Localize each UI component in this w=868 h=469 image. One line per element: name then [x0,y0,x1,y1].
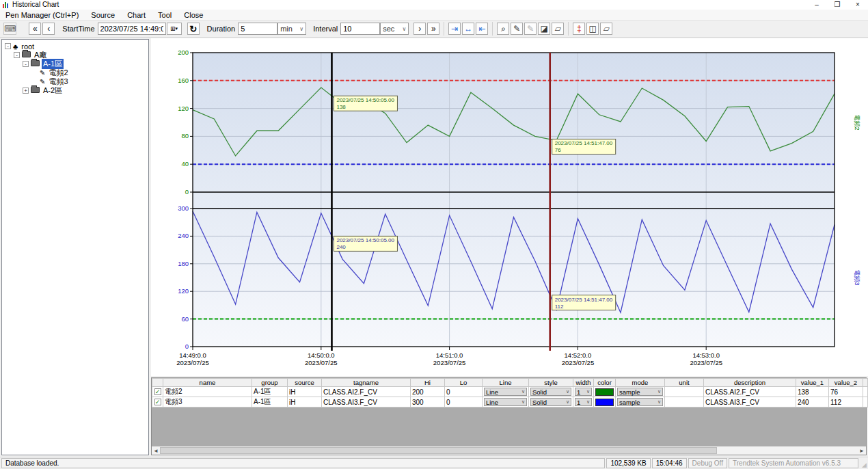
highlighter-icon[interactable]: ✎ [524,23,537,35]
column-header-check[interactable] [152,379,163,387]
sample-mode-select[interactable]: sample∨ [617,388,663,396]
tree-node-電頻2[interactable]: ✎電頻2 [2,68,148,77]
line-type-select[interactable]: Line∨ [484,388,527,396]
tree-node-A-2區[interactable]: +A-2區 [2,86,148,95]
menu-item-1[interactable]: Pen Manager (Ctrl+P) [5,11,79,19]
style-cell[interactable]: Solid∨ [529,387,573,397]
menu-item-3[interactable]: Chart [127,11,146,19]
fast-backward-button[interactable]: « [29,23,41,35]
interval-unit-select[interactable]: sec∨ [380,23,409,35]
value1-cell: 240 [796,397,829,407]
value2-cell: 76 [829,387,863,397]
duration-unit-select[interactable]: min∨ [277,23,306,35]
cursor-expand-icon[interactable]: ↔ [462,23,474,35]
collapse-icon[interactable]: - [23,61,29,67]
tree-node-A-1區[interactable]: -A-1區 [2,59,148,68]
collapse-icon[interactable]: - [5,43,11,49]
column-header-style[interactable]: style [529,379,573,387]
pen-color-swatch[interactable] [595,399,614,406]
duration-input[interactable] [238,23,277,35]
calendar-icon: ⊞ [170,25,176,32]
line-width-select[interactable]: 1∨ [575,398,592,406]
checkbox-cell[interactable]: ✓ [152,387,163,397]
pencil-icon[interactable]: ✎ [511,23,523,35]
column-header-value_2[interactable]: value_2 [829,379,863,387]
column-header-tagname[interactable]: tagname [322,379,411,387]
column-header-description[interactable]: description [704,379,796,387]
description-cell: CLASS.AI3.F_CV [704,397,796,407]
menu-item-2[interactable]: Source [91,11,115,19]
line-type-select[interactable]: Line∨ [484,398,527,406]
description-cell: CLASS.AI2.F_CV [704,387,796,397]
step-forward-button[interactable]: › [413,23,426,35]
svg-text:14:49:0.0: 14:49:0.0 [179,351,206,359]
line-style-select[interactable]: Solid∨ [530,388,571,396]
menu-item-4[interactable]: Tool [158,11,172,19]
column-header-group[interactable]: group [252,379,288,387]
step-forward-icon: › [418,24,421,34]
eraser-icon[interactable]: ▱ [552,23,564,35]
stamp-icon[interactable]: ◪ [538,23,550,35]
step-backward-button[interactable]: ‹ [42,23,55,35]
mode-cell[interactable]: sample∨ [616,397,665,407]
status-memory: 102,539 KB [606,458,650,468]
calendar-dropdown-button[interactable]: ⊞▾ [167,23,182,35]
color-cell[interactable] [594,387,616,397]
pen-color-swatch[interactable] [595,388,614,396]
tree-node-label: A-2區 [42,85,64,96]
column-header-mode[interactable]: mode [616,379,665,387]
cursor-snap-left-icon[interactable]: ⇥ [448,23,461,35]
limit-cursor-icon[interactable]: ‡ [573,23,585,35]
minimize-button[interactable]: – [806,0,827,10]
scroll-right-icon[interactable]: ► [858,448,866,454]
status-time: 15:04:46 [652,458,687,468]
start-time-input[interactable] [98,23,166,35]
pen-icon: ✎ [40,78,45,85]
column-header-unit[interactable]: unit [665,379,704,387]
pen-visible-checkbox[interactable]: ✓ [154,399,161,405]
column-header-name[interactable]: name [163,379,252,387]
width-cell[interactable]: 1∨ [573,387,594,397]
column-header-source[interactable]: source [288,379,322,387]
scroll-left-icon[interactable]: ◄ [152,448,160,454]
collapse-icon[interactable]: - [14,52,20,58]
line-style-select[interactable]: Solid∨ [530,398,571,406]
refresh-button[interactable]: ↻ [187,23,200,35]
column-header-Line[interactable]: Line [483,379,529,387]
column-header-width[interactable]: width [573,379,594,387]
tree-node-電頻3[interactable]: ✎電頻3 [2,77,148,86]
tree-node-A廠[interactable]: -A廠 [2,51,148,59]
line-width-select[interactable]: 1∨ [575,388,592,396]
chart-canvas[interactable]: 04080120160200電頻2060120180240300電頻314:49… [151,38,868,376]
cursor-expand-icon: ↔ [464,24,472,34]
sample-mode-select[interactable]: sample∨ [617,398,663,406]
width-cell[interactable]: 1∨ [573,397,594,407]
menu-item-5[interactable]: Close [184,11,203,19]
zoom-icon: ⌕ [501,24,506,34]
clear-annotation-icon[interactable]: ▱ [600,23,612,35]
bookmark-log-icon[interactable]: ◫ [586,23,599,35]
style-cell[interactable]: Solid∨ [529,397,573,407]
svg-text:電頻3: 電頻3 [854,269,860,285]
column-header-value_1[interactable]: value_1 [796,379,829,387]
column-header-color[interactable]: color [594,379,616,387]
line-cell[interactable]: Line∨ [483,397,529,407]
fast-forward-button[interactable]: » [427,23,439,35]
interval-input[interactable] [340,23,380,35]
cursor-snap-right-icon[interactable]: ⇤ [476,23,488,35]
scrollbar-thumb[interactable] [160,447,717,454]
column-header-Lo[interactable]: Lo [445,379,483,387]
color-cell[interactable] [594,397,616,407]
horizontal-scrollbar[interactable]: ◄ ► [152,446,866,455]
expand-icon[interactable]: + [23,88,29,94]
close-button[interactable]: × [847,0,868,10]
zoom-icon[interactable]: ⌕ [497,23,509,35]
checkbox-cell[interactable]: ✓ [152,397,163,407]
unit-cell [665,387,704,397]
column-header-Hi[interactable]: Hi [411,379,445,387]
maximize-button[interactable]: ❐ [827,0,847,10]
mode-cell[interactable]: sample∨ [616,387,665,397]
keyboard-button[interactable]: ⌨ [3,23,16,35]
line-cell[interactable]: Line∨ [483,387,529,397]
pen-visible-checkbox[interactable]: ✓ [154,388,161,395]
